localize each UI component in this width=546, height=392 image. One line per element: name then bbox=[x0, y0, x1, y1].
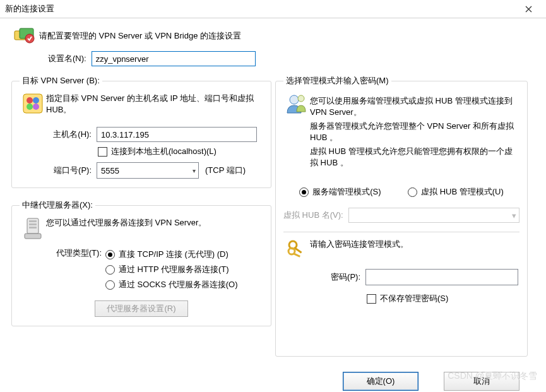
svg-point-14 bbox=[298, 95, 304, 102]
svg-point-7 bbox=[33, 104, 39, 110]
port-suffix: (TCP 端口) bbox=[205, 165, 246, 176]
separator bbox=[283, 232, 519, 232]
svg-rect-3 bbox=[23, 94, 42, 113]
user-icon bbox=[283, 93, 310, 116]
setting-name-label: 设置名(N): bbox=[48, 53, 86, 64]
server-icon bbox=[20, 93, 46, 114]
proxy-legend: 中继代理服务器(X): bbox=[20, 199, 95, 211]
proxy-socks-label: 通过 SOCKS 代理服务器连接(O) bbox=[119, 279, 238, 290]
target-desc: 指定目标 VPN Server 的主机名或 IP 地址、端口号和虚拟 HUB。 bbox=[46, 93, 263, 116]
keys-icon bbox=[283, 239, 310, 259]
mode-desc2: 服务器管理模式允许您管理整个 VPN Server 和所有虚拟 HUB 。 bbox=[310, 121, 519, 143]
host-label: 主机名(H): bbox=[39, 129, 92, 140]
svg-point-5 bbox=[33, 97, 39, 104]
port-label: 端口号(P): bbox=[39, 165, 92, 176]
port-value: 5555 bbox=[101, 166, 119, 175]
hub-mode-label: 虚拟 HUB 管理模式(U) bbox=[421, 186, 504, 198]
port-select[interactable]: 5555 ▾ bbox=[97, 162, 199, 179]
mode-legend: 选择管理模式并输入密码(M) bbox=[283, 75, 391, 86]
hub-mode-radio[interactable] bbox=[408, 187, 417, 197]
hub-name-label: 虚拟 HUB 名(V): bbox=[283, 210, 343, 221]
svg-point-4 bbox=[27, 97, 33, 104]
server-mode-radio[interactable] bbox=[299, 187, 309, 197]
password-input[interactable] bbox=[365, 269, 518, 285]
svg-rect-11 bbox=[29, 227, 37, 229]
proxy-direct-radio[interactable] bbox=[105, 250, 115, 259]
server-mode-label: 服务端管理模式(S) bbox=[312, 186, 381, 198]
pw-prompt: 请输入密码连接管理模式。 bbox=[310, 239, 519, 250]
proxy-group: 中继代理服务器(X): 您可以通过代理服务器连接到 VPN Server。 bbox=[11, 199, 271, 326]
proxy-desc: 您可以通过代理服务器连接到 VPN Server。 bbox=[46, 217, 263, 229]
no-save-password-label: 不保存管理密码(S) bbox=[380, 293, 448, 304]
password-label: 密码(P): bbox=[309, 271, 360, 283]
svg-rect-9 bbox=[29, 220, 37, 222]
proxy-socks-radio[interactable] bbox=[105, 280, 115, 290]
proxy-icon bbox=[20, 217, 46, 240]
titlebar: 新的连接设置 bbox=[0, 0, 546, 18]
chevron-down-icon: ▾ bbox=[512, 211, 516, 220]
proxy-http-radio[interactable] bbox=[105, 265, 115, 275]
mode-group: 选择管理模式并输入密码(M) 您可以使用服务端管理模式或虚拟 HUB 管理模式连… bbox=[275, 75, 528, 357]
svg-rect-10 bbox=[29, 223, 37, 225]
chevron-down-icon: ▾ bbox=[193, 167, 196, 174]
no-save-password-checkbox[interactable] bbox=[367, 294, 376, 304]
ok-button[interactable]: 确定(O) bbox=[343, 372, 418, 391]
target-server-group: 目标 VPN Server (B): 指定目标 VPN Server 的主机名或… bbox=[11, 75, 271, 188]
mode-desc1: 您可以使用服务端管理模式或虚拟 HUB 管理模式连接到 VPN Server。 bbox=[310, 95, 519, 118]
proxy-settings-button: 代理服务器设置(R) bbox=[95, 300, 187, 317]
cancel-button[interactable]: 取消 bbox=[444, 372, 519, 391]
localhost-checkbox[interactable] bbox=[98, 147, 107, 157]
svg-point-13 bbox=[290, 95, 299, 104]
proxy-direct-label: 直接 TCP/IP 连接 (无代理) (D) bbox=[119, 249, 228, 260]
localhost-label: 连接到本地主机(localhost)(L) bbox=[111, 146, 217, 157]
proxy-type-label: 代理类型(T): bbox=[39, 245, 102, 259]
proxy-http-label: 通过 HTTP 代理服务器连接(T) bbox=[119, 264, 229, 275]
target-server-legend: 目标 VPN Server (B): bbox=[20, 75, 102, 86]
mode-desc3: 虚拟 HUB 管理模式允许您只能管理您拥有权限的一个虚拟 HUB 。 bbox=[310, 146, 519, 169]
svg-point-6 bbox=[27, 104, 33, 110]
svg-rect-12 bbox=[25, 234, 41, 239]
svg-rect-18 bbox=[293, 252, 300, 258]
close-button[interactable] bbox=[516, 0, 541, 18]
intro-text: 请配置要管理的 VPN Server 或 VPN Bridge 的连接设置 bbox=[39, 30, 241, 42]
window-title: 新的连接设置 bbox=[5, 3, 516, 15]
connection-icon bbox=[11, 27, 37, 45]
setting-name-input[interactable] bbox=[92, 51, 256, 66]
hub-name-select: ▾ bbox=[348, 208, 519, 223]
host-input[interactable] bbox=[97, 127, 257, 142]
mode-desc: 您可以使用服务端管理模式或虚拟 HUB 管理模式连接到 VPN Server。 … bbox=[310, 93, 519, 171]
